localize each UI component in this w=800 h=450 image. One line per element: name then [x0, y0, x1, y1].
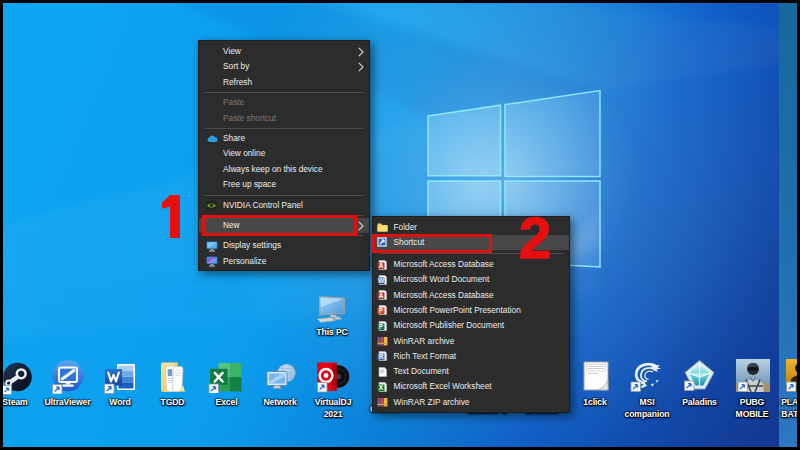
- svg-text:W: W: [378, 277, 385, 284]
- svg-text:A: A: [379, 262, 384, 269]
- svg-text:X: X: [379, 384, 384, 391]
- svg-text:R: R: [379, 353, 384, 360]
- svg-text:P: P: [379, 323, 384, 330]
- svg-text:A: A: [379, 292, 384, 299]
- svg-text:P: P: [379, 307, 384, 314]
